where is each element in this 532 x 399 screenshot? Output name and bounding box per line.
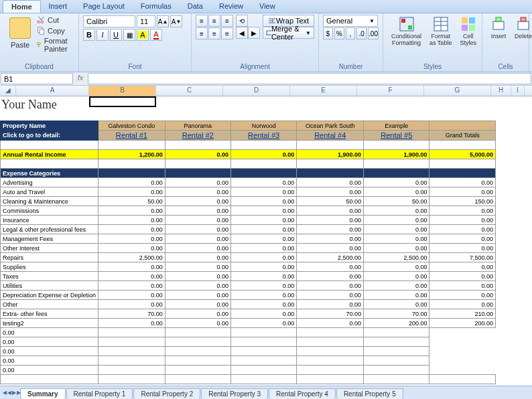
cell[interactable]: 0.00 [165, 150, 230, 159]
cell[interactable]: 0.00 [231, 272, 297, 281]
worksheet[interactable]: Your Name Property NameGalveston CondoPa… [0, 96, 532, 384]
cell[interactable]: 0.00 [231, 300, 297, 309]
cell[interactable] [429, 169, 496, 178]
cell[interactable] [98, 375, 165, 384]
cell[interactable] [98, 366, 165, 375]
cell[interactable]: 0.00 [429, 291, 496, 300]
cell[interactable]: 0.00 [297, 187, 364, 197]
cell[interactable]: 0.00 [429, 244, 496, 253]
tab-review[interactable]: Review [211, 0, 251, 13]
cell[interactable]: Auto and Travel [1, 187, 98, 197]
cell[interactable]: Ocean Park South [297, 121, 364, 131]
cell[interactable]: 0.00 [231, 197, 297, 206]
cell[interactable]: 0.00 [231, 291, 297, 300]
cell[interactable] [1, 159, 98, 169]
cell[interactable] [231, 347, 297, 356]
fx-icon[interactable]: fx [74, 72, 87, 85]
cell[interactable]: 0.00 [429, 262, 496, 272]
cell[interactable]: 0.00 [364, 206, 429, 216]
copy-button[interactable]: Copy [36, 25, 74, 36]
cell[interactable] [297, 347, 364, 356]
comma-button[interactable]: , [346, 27, 356, 39]
insert-cells-button[interactable]: Insert [486, 15, 511, 41]
orientation-button[interactable]: ⟲ [236, 15, 248, 27]
cell[interactable] [165, 328, 230, 337]
cell[interactable]: 0.00 [165, 244, 230, 253]
cell[interactable]: 1,900.00 [364, 150, 429, 159]
underline-button[interactable]: U [110, 29, 122, 41]
cell[interactable]: 0.00 [364, 216, 429, 225]
cell[interactable]: Total Expenses [1, 384, 98, 385]
cell[interactable] [231, 328, 297, 337]
cell[interactable] [297, 337, 364, 347]
cell[interactable]: 0.00 [165, 300, 230, 309]
cell[interactable]: 0.00 [231, 319, 297, 328]
align-top-button[interactable]: ≡ [196, 15, 208, 27]
dec-decimal-button[interactable]: .00 [368, 27, 379, 39]
cell[interactable]: 0.00 [165, 262, 230, 272]
cell[interactable]: 0.00 [165, 234, 230, 244]
cell[interactable] [231, 337, 297, 347]
col-f[interactable]: F [357, 86, 424, 96]
cell[interactable]: 150.00 [429, 197, 496, 206]
cell[interactable]: 0.00 [231, 244, 297, 253]
cell[interactable]: 2,620.00 [297, 384, 364, 385]
merge-center-button[interactable]: Merge & Center ▼ [263, 27, 314, 39]
col-d[interactable]: D [223, 86, 290, 96]
cell[interactable]: 200.00 [364, 319, 429, 328]
cell[interactable]: 5,000.00 [429, 150, 496, 159]
cell[interactable]: 0.00 [364, 291, 429, 300]
indent-button[interactable]: ▶ [248, 27, 260, 39]
format-painter-button[interactable]: Format Painter [36, 36, 74, 54]
cell[interactable] [165, 356, 230, 366]
cell[interactable]: 0.00 [165, 319, 230, 328]
cell[interactable] [165, 337, 230, 347]
font-color-button[interactable]: A [150, 29, 162, 41]
italic-button[interactable]: I [96, 29, 109, 41]
cell[interactable]: 0.00 [364, 187, 429, 197]
cell[interactable]: Panorama [165, 121, 230, 131]
currency-button[interactable]: $ [323, 27, 333, 39]
cell[interactable]: 0.00 [297, 291, 364, 300]
cell[interactable]: 0.00 [231, 178, 297, 187]
name-box[interactable]: B1 [1, 73, 73, 84]
cell[interactable]: Rental #4 [297, 131, 364, 141]
cell[interactable]: 0.00 [165, 187, 230, 197]
cell[interactable]: 0.00 [364, 300, 429, 309]
cell[interactable] [429, 375, 496, 384]
cell[interactable] [364, 347, 429, 356]
cell[interactable]: 0.00 [297, 206, 364, 216]
cell[interactable]: Utilities [1, 281, 98, 291]
percent-button[interactable]: % [334, 27, 344, 39]
col-c[interactable]: C [156, 86, 223, 96]
cell[interactable] [98, 347, 165, 356]
cell[interactable]: 0.00 [297, 281, 364, 291]
formula-bar[interactable] [88, 73, 531, 84]
cell[interactable]: Legal & other professional fees [1, 225, 98, 234]
cell[interactable]: 0.00 [165, 309, 230, 319]
fill-color-button[interactable]: A [137, 29, 149, 41]
tab-insert[interactable]: Insert [41, 0, 76, 13]
cell[interactable]: 0.00 [231, 150, 297, 159]
cell[interactable]: 0.00 [429, 234, 496, 244]
cell[interactable]: Property Name [1, 121, 98, 131]
cell[interactable]: Repairs [1, 253, 98, 262]
cell[interactable] [1, 141, 98, 150]
cell[interactable]: 0.00 [1, 347, 98, 356]
cell[interactable]: 8,060.00 [429, 384, 496, 385]
cell[interactable]: Example [364, 121, 429, 131]
cell[interactable]: Galveston Condo [98, 121, 165, 131]
cell[interactable] [297, 169, 364, 178]
dedent-button[interactable]: ◀ [236, 27, 248, 39]
bold-button[interactable]: B [83, 29, 95, 41]
cell[interactable]: 0.00 [231, 216, 297, 225]
conditional-format-button[interactable]: Conditional Formatting [387, 15, 425, 48]
cell[interactable] [297, 366, 364, 375]
cell[interactable] [429, 121, 496, 131]
col-h[interactable]: H [491, 86, 511, 96]
cell[interactable]: testing2 [1, 319, 98, 328]
cell[interactable] [98, 337, 165, 347]
cell[interactable]: 0.00 [231, 309, 297, 319]
cell[interactable] [98, 141, 165, 150]
cell[interactable]: Supplies [1, 262, 98, 272]
